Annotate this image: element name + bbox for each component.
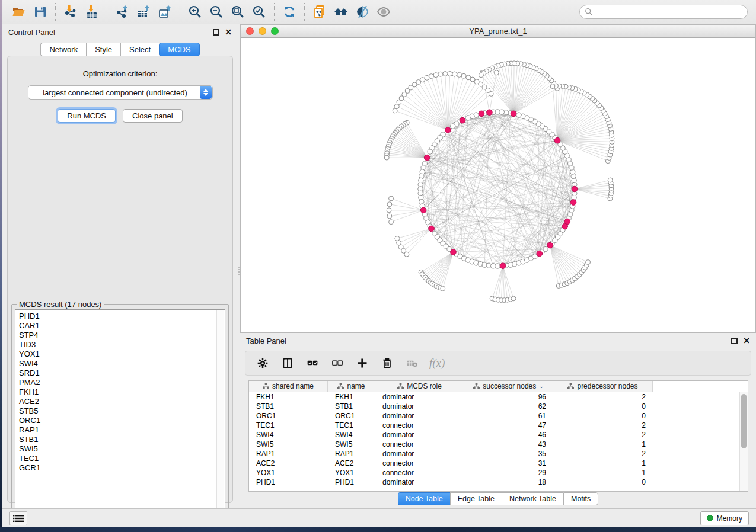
eye-button[interactable] (373, 2, 394, 22)
mcds-result-item[interactable]: ORC1 (19, 416, 213, 425)
tab-node-table[interactable]: Node Table (398, 492, 450, 505)
table-row[interactable]: ACE2ACE2connector311 (249, 459, 739, 468)
mcds-result-item[interactable]: STB5 (19, 406, 213, 416)
mcds-result-item[interactable]: TID3 (19, 340, 213, 350)
mcds-result-item[interactable]: FKH1 (19, 387, 213, 397)
mcds-result-item[interactable]: PMA2 (19, 378, 213, 387)
export-image-button[interactable] (154, 2, 176, 22)
zoom-fit-button[interactable] (227, 2, 248, 22)
column-header-successor-nodes[interactable]: successor nodes⌄ (464, 381, 553, 392)
mcds-hub-node[interactable] (562, 223, 568, 229)
table-row[interactable]: SWI4SWI4dominator462 (249, 430, 739, 440)
tab-mcds[interactable]: MCDS (159, 43, 199, 56)
mcds-hub-node[interactable] (572, 186, 578, 192)
mcds-hub-node[interactable] (537, 251, 543, 257)
tab-style[interactable]: Style (86, 43, 120, 56)
mcds-result-item[interactable]: ACE2 (19, 397, 213, 406)
table-row[interactable]: FKH1FKH1dominator962 (249, 392, 739, 402)
mcds-result-item[interactable]: STB1 (19, 435, 213, 444)
mcds-result-item[interactable]: TEC1 (19, 454, 213, 463)
column-header-predecessor-nodes[interactable]: predecessor nodes (553, 381, 653, 392)
export-network-button[interactable] (111, 2, 133, 22)
mcds-result-list[interactable]: PHD1CAR1STP4TID3YOX1SWI4SRD1PMA2FKH1ACE2… (15, 309, 225, 520)
zoom-selected-button[interactable] (248, 2, 270, 22)
memory-button[interactable]: Memory (700, 511, 749, 525)
mcds-result-item[interactable]: PHD1 (19, 312, 213, 321)
delete-column-button[interactable] (379, 355, 395, 371)
column-header-MCDS-role[interactable]: MCDS role (375, 381, 464, 392)
duplicate-network-button[interactable] (309, 2, 330, 22)
task-history-button[interactable] (9, 511, 27, 525)
tab-network-table[interactable]: Network Table (502, 492, 563, 505)
status-bar: Memory (2, 508, 756, 527)
table-settings-button[interactable] (255, 355, 270, 371)
mcds-list-scrollbar[interactable] (216, 310, 224, 518)
column-header-name[interactable]: name (328, 381, 375, 392)
table-row[interactable]: STB1STB1dominator620 (249, 402, 739, 411)
table-row[interactable]: TEC1TEC1connector472 (249, 421, 739, 430)
run-mcds-button[interactable]: Run MCDS (58, 109, 116, 123)
import-network-button[interactable] (60, 2, 81, 22)
import-table-button[interactable] (81, 2, 103, 22)
mcds-hub-node[interactable] (479, 111, 484, 117)
tab-network[interactable]: Network (40, 43, 86, 56)
tab-select[interactable]: Select (120, 43, 159, 56)
mcds-result-item[interactable]: CAR1 (19, 321, 213, 331)
close-panel-button-2[interactable]: Close panel (123, 109, 183, 123)
criterion-dropdown[interactable]: largest connected component (undirected) (28, 85, 213, 100)
search-input[interactable] (596, 8, 742, 16)
table-row[interactable]: ORC1ORC1dominator610 (249, 411, 739, 421)
mcds-hub-node[interactable] (451, 249, 457, 255)
network-canvas[interactable] (241, 38, 755, 332)
mcds-hub-node[interactable] (547, 242, 553, 248)
mcds-result-item[interactable]: RAP1 (19, 425, 213, 435)
delete-table-button[interactable] (404, 355, 420, 371)
mcds-hub-node[interactable] (554, 137, 560, 143)
tab-edge-table[interactable]: Edge Table (450, 492, 502, 505)
table-row[interactable]: PHD1PHD1dominator180 (249, 477, 739, 487)
mcds-result-item[interactable]: GCR1 (19, 463, 213, 473)
mcds-hub-node[interactable] (429, 226, 435, 232)
save-session-button[interactable] (30, 2, 51, 22)
export-table-icon (136, 5, 151, 19)
select-all-button[interactable] (305, 355, 320, 371)
mcds-result-item[interactable]: YOX1 (19, 350, 213, 359)
mcds-result-item[interactable]: SWI4 (19, 359, 213, 368)
mcds-hub-node[interactable] (445, 127, 451, 133)
table-row[interactable]: RAP1RAP1dominator352 (249, 449, 739, 459)
mcds-result-item[interactable]: SRD1 (19, 368, 213, 378)
column-header-shared-name[interactable]: shared name (249, 381, 328, 392)
table-cell: FKH1 (249, 392, 328, 402)
mcds-hub-node[interactable] (500, 263, 506, 269)
table-scrollbar[interactable] (739, 392, 748, 491)
float-table-panel-button[interactable] (731, 338, 738, 344)
table-row[interactable]: YOX1YOX1connector291 (249, 468, 739, 477)
table-row[interactable]: SWI5SWI5connector431 (249, 440, 739, 449)
network-window-titlebar[interactable]: YPA_prune.txt_1 (241, 25, 755, 38)
mcds-hub-node[interactable] (420, 207, 426, 213)
close-panel-button[interactable]: ✕ (225, 28, 232, 36)
show-graphics-details-button[interactable] (352, 2, 373, 22)
mcds-hub-node[interactable] (570, 200, 576, 206)
deselect-all-button[interactable] (330, 355, 345, 371)
open-file-button[interactable] (8, 2, 30, 22)
table-scrollbar-thumb[interactable] (741, 394, 747, 448)
export-table-button[interactable] (133, 2, 154, 22)
float-panel-button[interactable] (213, 29, 219, 36)
function-builder-icon[interactable]: f(x) (429, 357, 445, 370)
network-overview-button[interactable] (330, 2, 352, 22)
apply-layout-button[interactable] (279, 2, 300, 22)
mcds-result-item[interactable]: STP4 (19, 331, 213, 340)
mcds-result-title: MCDS result (17 nodes) (17, 300, 104, 309)
tab-motifs[interactable]: Motifs (563, 492, 598, 505)
zoom-in-button[interactable] (184, 2, 206, 22)
close-table-panel-button[interactable]: ✕ (743, 336, 750, 345)
mcds-hub-node[interactable] (487, 110, 493, 116)
mcds-hub-node[interactable] (424, 155, 430, 161)
show-columns-button[interactable] (280, 355, 295, 371)
zoom-out-button[interactable] (206, 2, 227, 22)
add-column-button[interactable] (355, 355, 370, 371)
mcds-hub-node[interactable] (511, 111, 516, 117)
mcds-hub-node[interactable] (460, 117, 465, 123)
mcds-result-item[interactable]: SWI5 (19, 444, 213, 454)
